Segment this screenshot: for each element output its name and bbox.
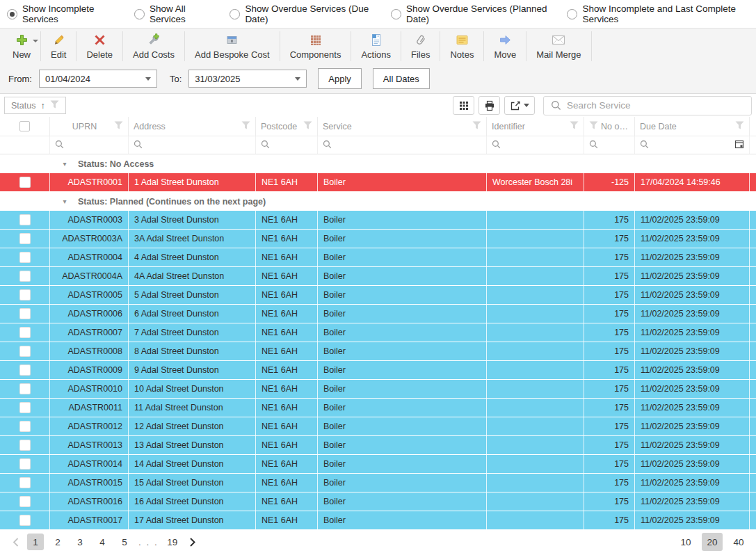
- row-checkbox[interactable]: [19, 308, 31, 319]
- filter-funnel-icon[interactable]: [114, 121, 123, 131]
- from-date-select[interactable]: 01/04/2024: [39, 70, 157, 88]
- row-checkbox[interactable]: [19, 402, 31, 413]
- group-by-status-chip[interactable]: Status ↑: [4, 97, 66, 114]
- row-checkbox[interactable]: [19, 289, 31, 300]
- filter-funnel-icon[interactable]: [735, 121, 744, 131]
- radio-option-4[interactable]: Show Overdue Services (Planned Date): [391, 3, 550, 24]
- radio-option-1[interactable]: Show Incomplete Services: [7, 3, 118, 24]
- collapse-group-icon[interactable]: ▾: [61, 160, 68, 168]
- delete-button[interactable]: Delete: [77, 29, 122, 64]
- page-button-4[interactable]: 4: [94, 534, 111, 550]
- table-row[interactable]: ADASTR0003A3A Adal Street DunstonNE1 6AH…: [0, 230, 756, 248]
- column-header-identifier[interactable]: Identifier: [487, 117, 584, 136]
- page-button-19[interactable]: 19: [164, 534, 181, 550]
- edit-button[interactable]: Edit: [41, 29, 76, 64]
- column-header-uprn[interactable]: UPRN: [50, 117, 129, 136]
- page-size-button-20[interactable]: 20: [702, 533, 723, 551]
- apply-button[interactable]: Apply: [318, 68, 362, 89]
- page-size-button-40[interactable]: 40: [728, 533, 749, 551]
- row-checkbox[interactable]: [19, 327, 31, 338]
- column-header-no_of_d[interactable]: No of D...: [584, 117, 635, 136]
- page-button-3[interactable]: 3: [72, 534, 88, 550]
- row-checkbox[interactable]: [19, 421, 31, 432]
- filter-funnel-icon[interactable]: [570, 121, 579, 131]
- search-service-input[interactable]: [567, 100, 744, 111]
- table-row[interactable]: ADASTR001010 Adal Street DunstonNE1 6AHB…: [0, 380, 756, 399]
- table-row[interactable]: ADASTR001717 Adal Street DunstonNE1 6AHB…: [0, 511, 756, 530]
- collapse-group-icon[interactable]: ▾: [61, 198, 68, 205]
- table-row[interactable]: ADASTR00044 Adal Street DunstonNE1 6AHBo…: [0, 248, 756, 267]
- filter-funnel-icon[interactable]: [589, 121, 598, 131]
- actions-button[interactable]: Actions: [351, 29, 401, 64]
- add-bespoke-cost-button[interactable]: Add Bespoke Cost: [185, 29, 280, 64]
- search-box[interactable]: [543, 96, 752, 115]
- row-checkbox[interactable]: [19, 477, 31, 488]
- table-row[interactable]: ADASTR001414 Adal Street DunstonNE1 6AHB…: [0, 455, 756, 474]
- page-size-button-10[interactable]: 10: [675, 533, 696, 551]
- components-button[interactable]: Components: [280, 29, 351, 64]
- to-date-select[interactable]: 31/03/2025: [188, 70, 307, 88]
- row-checkbox[interactable]: [19, 515, 31, 526]
- row-checkbox[interactable]: [19, 346, 31, 357]
- column-header-postcode[interactable]: Postcode: [256, 117, 318, 136]
- row-checkbox[interactable]: [19, 252, 31, 263]
- column-header-address[interactable]: Address: [129, 117, 256, 136]
- chevron-down-icon[interactable]: [33, 40, 38, 42]
- next-page-icon[interactable]: [188, 537, 197, 547]
- filter-cell-due_date[interactable]: [635, 136, 750, 154]
- table-row[interactable]: ADASTR00011 Adal Street DunstonNE1 6AHBo…: [0, 173, 756, 192]
- move-button[interactable]: Move: [484, 29, 526, 64]
- add-costs-button[interactable]: Add Costs: [123, 29, 184, 64]
- sort-ascending-icon[interactable]: ↑: [40, 101, 45, 110]
- table-row[interactable]: ADASTR00088 Adal Street DunstonNE1 6AHBo…: [0, 342, 756, 361]
- filter-cell-uprn[interactable]: [50, 136, 129, 154]
- filter-cell-identifier[interactable]: [487, 136, 584, 154]
- files-button[interactable]: Files: [401, 29, 440, 64]
- export-button[interactable]: [504, 96, 535, 115]
- select-all-checkbox[interactable]: [19, 121, 30, 131]
- row-checkbox[interactable]: [19, 177, 31, 188]
- notes-button[interactable]: Notes: [440, 29, 483, 64]
- page-button-1[interactable]: 1: [27, 534, 44, 550]
- row-checkbox[interactable]: [19, 440, 31, 451]
- table-row[interactable]: ADASTR001616 Adal Street DunstonNE1 6AHB…: [0, 492, 756, 511]
- table-row[interactable]: ADASTR00099 Adal Street DunstonNE1 6AHBo…: [0, 361, 756, 380]
- filter-cell-address[interactable]: [129, 136, 256, 154]
- table-row[interactable]: ADASTR0004A4A Adal Street DunstonNE1 6AH…: [0, 267, 756, 286]
- page-button-2[interactable]: 2: [49, 534, 66, 550]
- filter-funnel-icon[interactable]: [303, 121, 312, 131]
- column-chooser-button[interactable]: [453, 96, 474, 115]
- table-row[interactable]: ADASTR00055 Adal Street DunstonNE1 6AHBo…: [0, 286, 756, 305]
- group-header-row[interactable]: ▾Status: Planned (Continues on the next …: [0, 192, 756, 211]
- table-row[interactable]: ADASTR001313 Adal Street DunstonNE1 6AHB…: [0, 436, 756, 455]
- table-row[interactable]: ADASTR00033 Adal Street DunstonNE1 6AHBo…: [0, 211, 756, 230]
- page-button-5[interactable]: 5: [116, 534, 133, 550]
- table-row[interactable]: ADASTR001111 Adal Street DunstonNE1 6AHB…: [0, 399, 756, 417]
- row-checkbox[interactable]: [19, 214, 31, 225]
- mail-merge-button[interactable]: Mail Merge: [526, 29, 590, 64]
- row-checkbox[interactable]: [19, 364, 31, 376]
- print-button[interactable]: [478, 96, 500, 115]
- previous-page-icon[interactable]: [11, 537, 20, 547]
- row-checkbox[interactable]: [19, 496, 31, 507]
- radio-option-3[interactable]: Show Overdue Services (Due Date): [230, 3, 374, 24]
- filter-cell-no_of_d[interactable]: [584, 136, 635, 154]
- table-row[interactable]: ADASTR00066 Adal Street DunstonNE1 6AHBo…: [0, 305, 756, 323]
- row-checkbox[interactable]: [19, 458, 31, 470]
- new-button[interactable]: New: [3, 29, 40, 64]
- column-header-due_date[interactable]: Due Date: [635, 117, 750, 136]
- table-row[interactable]: ADASTR001515 Adal Street DunstonNE1 6AHB…: [0, 474, 756, 492]
- row-checkbox[interactable]: [19, 233, 31, 244]
- filter-funnel-icon[interactable]: [50, 100, 59, 111]
- group-header-row[interactable]: ▾Status: No Access: [0, 154, 756, 173]
- radio-option-5[interactable]: Show Incomplete and Last Complete Servic…: [567, 3, 749, 24]
- row-checkbox[interactable]: [19, 383, 31, 394]
- filter-cell-service[interactable]: [318, 136, 487, 154]
- filter-funnel-icon[interactable]: [472, 121, 481, 131]
- filter-cell-postcode[interactable]: [256, 136, 318, 154]
- radio-option-2[interactable]: Show All Services: [134, 3, 213, 24]
- calendar-icon[interactable]: [734, 139, 744, 152]
- row-checkbox[interactable]: [19, 271, 31, 282]
- all-dates-button[interactable]: All Dates: [373, 68, 430, 89]
- column-header-service[interactable]: Service: [318, 117, 487, 136]
